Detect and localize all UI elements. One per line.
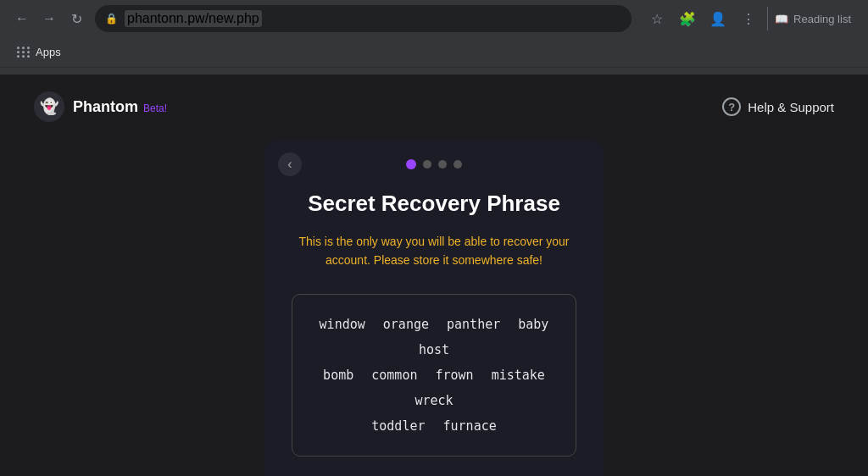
- browser-chrome: ← → ↻ 🔒 phantonn.pw/new.php ☆ 🧩 👤 ⋮ 📖 Re…: [0, 0, 868, 75]
- stepper-dot-2: [423, 160, 431, 169]
- logo-name: Phantom: [73, 98, 138, 116]
- back-button[interactable]: ←: [10, 7, 34, 30]
- extensions-button[interactable]: 🧩: [676, 7, 699, 30]
- stepper-back-button[interactable]: ‹: [278, 152, 302, 176]
- phrase-line-3: toddler furnace: [371, 418, 496, 434]
- help-support-label: Help & Support: [748, 100, 834, 114]
- lock-icon: 🔒: [105, 13, 118, 25]
- apps-label: Apps: [36, 46, 61, 58]
- page-content: 👻 Phantom Beta! ? Help & Support ‹ Secre…: [0, 75, 868, 476]
- reading-list-icon: 📖: [775, 13, 788, 25]
- logo-badge: Beta!: [143, 102, 167, 114]
- stepper-dot-1: [406, 159, 416, 169]
- help-support-button[interactable]: ? Help & Support: [722, 97, 834, 116]
- bookmarks-bar: Apps: [0, 37, 868, 68]
- star-button[interactable]: ☆: [645, 7, 669, 30]
- reading-list-label: Reading list: [793, 13, 851, 25]
- help-icon: ?: [722, 97, 741, 116]
- logo-area: 👻 Phantom Beta!: [34, 91, 167, 122]
- url-text: phantonn.pw/new.php: [125, 10, 262, 27]
- toolbar-icons: ☆ 🧩 👤 ⋮ 📖 Reading list: [645, 7, 858, 30]
- modal-title: Secret Recovery Phrase: [308, 190, 560, 219]
- logo-text: Phantom Beta!: [73, 98, 167, 116]
- address-bar-container[interactable]: 🔒 phantonn.pw/new.php: [95, 5, 632, 32]
- modal-card: ‹ Secret Recovery Phrase This is the onl…: [264, 139, 604, 476]
- stepper-dot-4: [453, 160, 462, 169]
- menu-button[interactable]: ⋮: [737, 7, 760, 30]
- apps-button[interactable]: Apps: [10, 42, 68, 62]
- phrase-line-1: window orange panther baby host: [320, 317, 549, 357]
- page-nav: 👻 Phantom Beta! ? Help & Support: [0, 75, 868, 139]
- reload-button[interactable]: ↻: [64, 7, 88, 30]
- phrase-text: window orange panther baby host bomb com…: [313, 312, 555, 439]
- browser-toolbar: ← → ↻ 🔒 phantonn.pw/new.php ☆ 🧩 👤 ⋮ 📖 Re…: [0, 0, 868, 37]
- profile-button[interactable]: 👤: [706, 7, 730, 30]
- phantom-logo-icon: 👻: [34, 91, 64, 122]
- modal-wrapper: ‹ Secret Recovery Phrase This is the onl…: [0, 139, 868, 476]
- phrase-box: window orange panther baby host bomb com…: [292, 294, 576, 457]
- stepper: ‹: [292, 159, 576, 169]
- reading-list-button[interactable]: 📖 Reading list: [767, 7, 858, 30]
- forward-button[interactable]: →: [37, 7, 61, 30]
- modal-subtitle: This is the only way you will be able to…: [292, 232, 576, 270]
- stepper-dot-3: [438, 160, 447, 169]
- phrase-line-2: bomb common frown mistake wreck: [323, 368, 545, 408]
- apps-grid-icon: [17, 47, 31, 58]
- nav-buttons: ← → ↻: [10, 7, 88, 30]
